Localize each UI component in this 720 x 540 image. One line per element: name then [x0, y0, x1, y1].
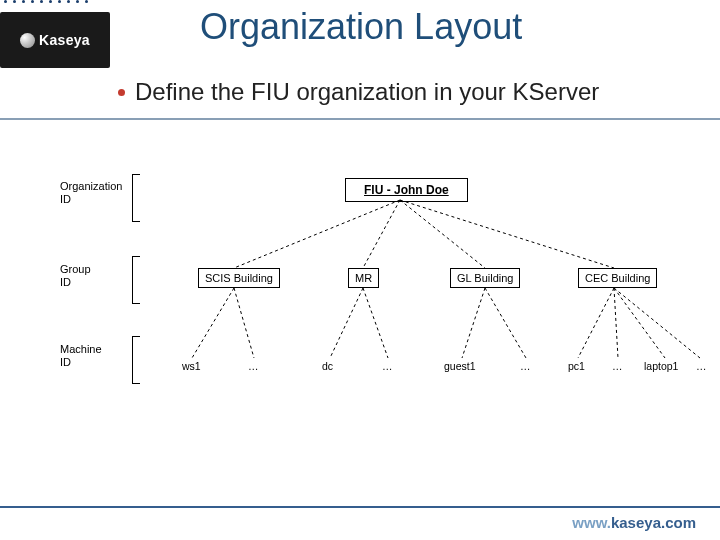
- svg-line-11: [614, 288, 618, 358]
- org-diagram: OrganizationID GroupID MachineID FIU - J…: [0, 150, 720, 480]
- decorative-dots: [0, 0, 110, 12]
- svg-line-9: [485, 288, 526, 358]
- svg-line-6: [330, 288, 363, 358]
- footer-url-prefix: www.: [572, 514, 611, 531]
- bullet-text: Define the FIU organization in your KSer…: [135, 78, 599, 106]
- svg-line-2: [400, 200, 485, 268]
- logo-orb-icon: [20, 33, 35, 48]
- bullet-item: Define the FIU organization in your KSer…: [118, 78, 599, 106]
- svg-line-1: [363, 200, 400, 268]
- header-divider: [0, 118, 720, 120]
- svg-line-3: [400, 200, 614, 268]
- footer: www.kaseya.com: [0, 506, 720, 540]
- svg-line-4: [192, 288, 234, 358]
- page-title: Organization Layout: [200, 6, 522, 48]
- brand-name: Kaseya: [39, 32, 90, 48]
- svg-line-10: [578, 288, 614, 358]
- footer-url: www.kaseya.com: [572, 514, 696, 531]
- footer-url-domain: kaseya.com: [611, 514, 696, 531]
- svg-line-0: [234, 200, 400, 268]
- svg-line-7: [363, 288, 388, 358]
- tree-connectors: [0, 150, 720, 480]
- svg-line-5: [234, 288, 254, 358]
- brand-logo: Kaseya: [0, 12, 110, 68]
- svg-line-8: [462, 288, 485, 358]
- bullet-icon: [118, 89, 125, 96]
- footer-divider: [0, 506, 720, 508]
